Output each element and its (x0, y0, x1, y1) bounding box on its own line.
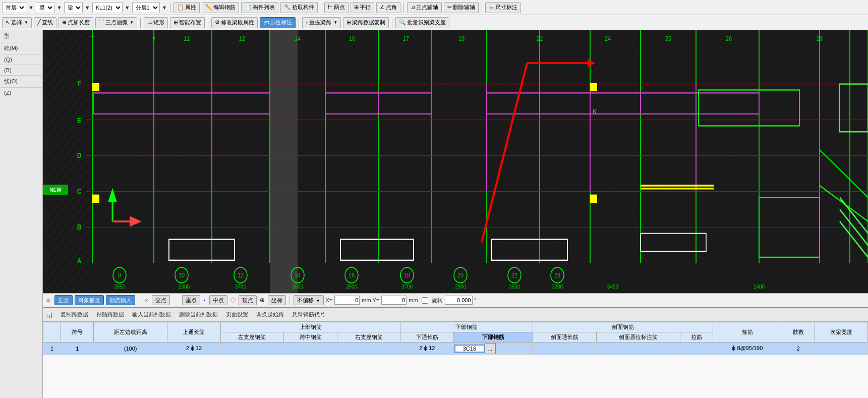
y-input[interactable] (381, 296, 407, 305)
svg-rect-45 (92, 195, 99, 203)
component-list-icon: 📑 (245, 4, 252, 11)
svg-text:8: 8 (118, 271, 121, 279)
rect-button[interactable]: ▭ 矩形 (144, 17, 168, 28)
td-top-through: 2 ϕ 12 (167, 343, 220, 355)
th-span-num: 跨号 (61, 322, 94, 343)
cad-canvas[interactable]: 8 10 12 14 16 18 20 22 23 7 9 (43, 30, 868, 293)
rotate-label: 旋转 (432, 297, 443, 304)
top-button[interactable]: 顶点 (239, 295, 257, 305)
parallel-button[interactable]: ⊞ 平行 (351, 2, 374, 13)
td-bottom-rebar[interactable]: ... (454, 343, 533, 355)
select-button[interactable]: ↖ 选择 ▼ (2, 17, 32, 28)
table-row[interactable]: 1 1 (100) 2 ϕ 12 2 ϕ 12 ... (43, 343, 868, 355)
edit-dots-button[interactable]: ... (485, 343, 496, 354)
sep-div3 (403, 3, 404, 13)
rotate-checkbox[interactable] (422, 297, 428, 304)
intersection-button[interactable]: 交点 (152, 295, 170, 305)
snap-button[interactable]: 对象捕捉 (75, 295, 104, 305)
component-list-button[interactable]: 📑 构件列表 (241, 2, 278, 13)
left-panel-item-type[interactable]: 型 (0, 30, 42, 42)
dash-icon[interactable]: — (172, 298, 180, 303)
re-lift-button[interactable]: ↑ 重提梁跨 ▼ (302, 17, 341, 28)
sep (139, 296, 139, 305)
perpendicular-button[interactable]: 垂点 (182, 295, 200, 305)
midpoint-button[interactable]: 中点 (209, 295, 227, 305)
copy-span-button[interactable]: ⊞ 梁跨数据复制 (343, 17, 389, 28)
svg-text:12: 12 (238, 271, 244, 279)
hanging-rebar-button[interactable]: 悬臂钢筋代号 (289, 310, 328, 320)
copy-span-data-button[interactable]: 复制跨数据 (57, 310, 91, 320)
td-left-dist: (100) (94, 343, 167, 355)
left-panel-item-line[interactable]: 线(O) (0, 76, 42, 88)
angle-button[interactable]: ∠ 点角 (376, 2, 400, 13)
svg-text:16: 16 (349, 271, 355, 279)
delete-col-button[interactable]: 删除当前列数据 (176, 310, 221, 320)
left-panel-item-foundation[interactable]: 础(M) (0, 42, 42, 54)
paste-span-data-button[interactable]: 粘贴跨数据 (93, 310, 127, 320)
arc-dropdown-arrow: ▼ (130, 20, 134, 25)
page-setup-button[interactable]: 页面设置 (223, 310, 251, 320)
status-icon: ⚙ (46, 298, 50, 303)
dimension-button[interactable]: ↔ 尺寸标注 (485, 2, 521, 13)
sep-div7 (299, 18, 299, 28)
beam-id-select[interactable]: KL1(2) (92, 2, 123, 13)
input-col-button[interactable]: 输入当前列数据 (129, 310, 174, 320)
table-area: 📊 复制跨数据 粘贴跨数据 输入当前列数据 删除当前列数据 页面设置 调换起始跨… (43, 307, 868, 398)
add-length-button[interactable]: ⊕ 点加长度 (59, 17, 93, 28)
left-panel-item-z[interactable]: (Z) (0, 88, 42, 98)
svg-text:2900: 2900 (179, 283, 190, 290)
properties-button[interactable]: 📋 属性 (173, 2, 200, 13)
original-mark-button[interactable]: 🏷 原位标注 (260, 17, 296, 28)
line-button[interactable]: ╱ 直线 (34, 17, 56, 28)
svg-text:1400: 1400 (754, 283, 765, 290)
line-icon: ╱ (37, 19, 41, 26)
sep2 (290, 296, 290, 305)
svg-text:17: 17 (403, 35, 410, 42)
svg-text:23: 23 (554, 271, 561, 279)
component-type1-select[interactable]: 梁 (36, 2, 54, 13)
delete-axis-button[interactable]: ✂ 删除辅轴 (444, 2, 479, 13)
re-lift-icon: ↑ (306, 20, 309, 26)
two-point-button[interactable]: ⊢ 两点 (324, 2, 349, 13)
smart-layout-button[interactable]: ⊞ 智能布置 (170, 17, 205, 28)
x-label: X= (326, 297, 333, 303)
floor-select[interactable]: 首层 (2, 2, 26, 13)
left-panel: 型 础(M) (Q) (B) 线(O) (Z) (0, 30, 43, 398)
pickup-button[interactable]: 🔧 拾取构件 (280, 2, 318, 13)
cross-icon[interactable]: ✕ (143, 298, 150, 303)
edit-rebar-button[interactable]: ✏️ 编辑钢筋 (202, 2, 239, 13)
td-row-num: 1 (43, 343, 61, 355)
bottom-rebar-input[interactable] (454, 345, 485, 353)
x-input[interactable] (334, 296, 360, 305)
sep-div8 (392, 18, 392, 28)
batch-identify-button[interactable]: 🔍 批量识别梁支座 (395, 17, 449, 28)
component-type2-select[interactable]: 梁 (64, 2, 83, 13)
svg-text:3550: 3550 (509, 283, 520, 290)
left-panel-item-q[interactable]: (Q) (0, 54, 42, 65)
coord-button[interactable]: 坐标 (268, 295, 286, 305)
th-mid-span: 跨中钢筋 (284, 332, 337, 343)
no-move-button[interactable]: 不偏移 ▼ (294, 295, 324, 305)
td-bottom-through: 2 ϕ 12 (400, 343, 453, 355)
three-arc-button[interactable]: ⌒ 三点画弧 ▼ (95, 17, 137, 28)
svg-text:10: 10 (179, 271, 185, 279)
dot-icon[interactable]: • (202, 298, 207, 303)
th-bottom-rebar: 下部钢筋 (400, 322, 533, 332)
th-left-seat: 左支座钢筋 (220, 332, 284, 343)
switch-start-button[interactable]: 调换起始跨 (253, 310, 287, 320)
mm-label1: mm Y= (362, 297, 379, 303)
left-panel-item-b[interactable]: (B) (0, 65, 42, 76)
modify-seg-icon: ⚙ (215, 19, 220, 26)
three-axis-button[interactable]: ⊿ 三点辅轴 (407, 2, 442, 13)
rotate-input[interactable] (445, 296, 473, 305)
th-right-seat: 右支座钢筋 (337, 332, 400, 343)
modify-seg-button[interactable]: ⚙ 修改梁段属性 (211, 17, 258, 28)
svg-text:11: 11 (184, 35, 190, 42)
ortho-button[interactable]: 正交 (54, 295, 73, 305)
dynamic-button[interactable]: 动态输入 (106, 295, 135, 305)
properties-icon: 📋 (177, 4, 184, 11)
sep4: ▼ (125, 5, 130, 11)
th-side-original: 侧面原位标注筋 (596, 332, 680, 343)
td-right-seat (337, 343, 400, 355)
layer-select[interactable]: 分层1 (132, 2, 160, 13)
